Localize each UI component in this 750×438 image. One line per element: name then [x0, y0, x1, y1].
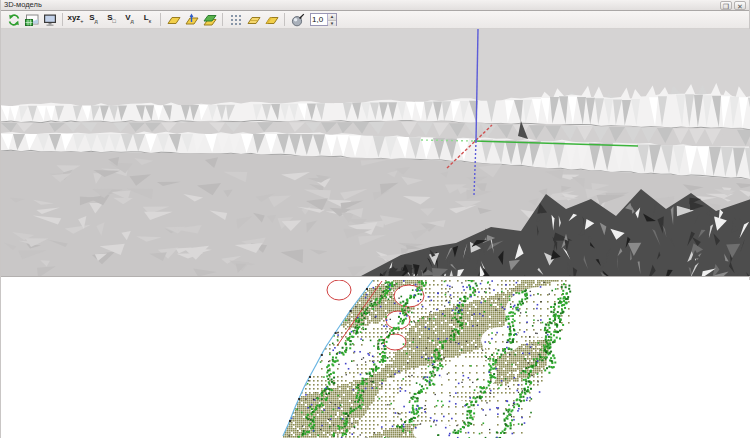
volume-d-button[interactable]: Vд — [121, 12, 138, 28]
restore-button[interactable]: ❐ — [720, 1, 732, 10]
area-d-button[interactable]: Sд — [85, 12, 102, 28]
snapshot-button[interactable] — [23, 12, 40, 28]
refresh-icon — [7, 13, 21, 27]
terrain-canvas[interactable] — [1, 29, 750, 276]
surface-icon — [167, 13, 181, 27]
coords-xyz-label: xyz+ — [67, 14, 83, 25]
surface-stack-button[interactable] — [201, 12, 218, 28]
viewport-3d[interactable] — [1, 29, 749, 276]
map-2d[interactable] — [1, 280, 749, 438]
length-k-label: Lк — [144, 14, 151, 25]
surface-stack-icon — [203, 13, 217, 27]
volume-d-label: Vд — [125, 14, 134, 25]
sphere-button[interactable] — [289, 12, 306, 28]
plane-b-icon — [265, 13, 279, 27]
toolbar-separator — [284, 13, 285, 26]
scale-spinner: ▲ ▼ — [310, 13, 337, 26]
refresh-button[interactable] — [5, 12, 22, 28]
length-k-button[interactable]: Lк — [139, 12, 156, 28]
area-d-label: Sд — [89, 14, 98, 25]
area-plan-label: S□ — [107, 14, 116, 25]
scale-spinner-arrows: ▲ ▼ — [327, 14, 336, 25]
sphere-icon — [291, 13, 305, 27]
scale-down-button[interactable]: ▼ — [328, 21, 336, 27]
survey-map-canvas[interactable] — [1, 280, 750, 438]
toolbar-separator — [222, 13, 223, 26]
surface-button[interactable] — [165, 12, 182, 28]
plane-a-button[interactable] — [245, 12, 262, 28]
plane-a-icon — [247, 13, 261, 27]
surface-arrow-icon — [185, 13, 199, 27]
display-button[interactable] — [41, 12, 58, 28]
title-bar[interactable]: 3D-модель ❐ ✕ — [1, 0, 749, 11]
toolbar-separator — [160, 13, 161, 26]
window-title: 3D-модель — [4, 0, 718, 10]
toolbar-separator — [62, 13, 63, 26]
toolbar: xyz+ Sд S□ Vд Lк — [1, 11, 749, 29]
display-icon — [43, 13, 57, 27]
coords-xyz-button[interactable]: xyz+ — [67, 12, 84, 28]
app-window: 3D-модель ❐ ✕ — [0, 0, 750, 438]
scale-input[interactable] — [311, 14, 327, 25]
points-grid-icon — [229, 13, 243, 27]
points-grid-button[interactable] — [227, 12, 244, 28]
plane-b-button[interactable] — [263, 12, 280, 28]
snapshot-icon — [25, 13, 39, 27]
surface-arrow-button[interactable] — [183, 12, 200, 28]
close-button[interactable]: ✕ — [734, 1, 746, 10]
area-plan-button[interactable]: S□ — [103, 12, 120, 28]
